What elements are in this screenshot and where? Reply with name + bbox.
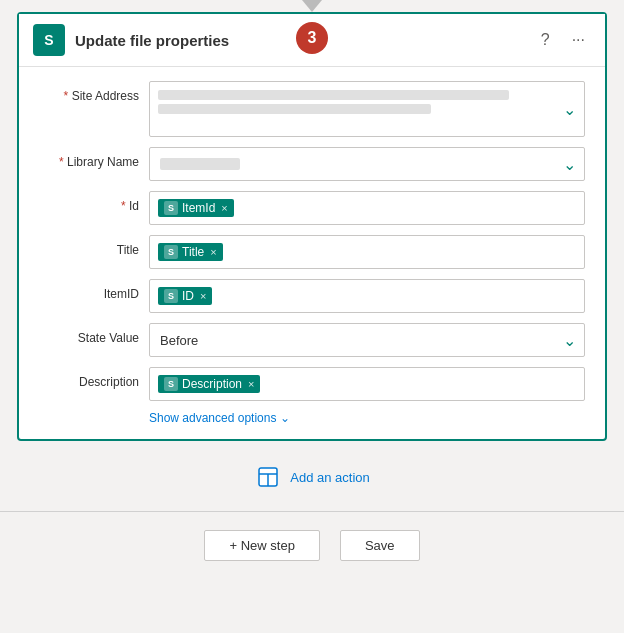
- bottom-bar: + New step Save: [0, 512, 624, 579]
- title-input[interactable]: S Title ×: [149, 235, 585, 269]
- itemid-token: S ItemId ×: [158, 199, 234, 217]
- library-name-row: * Library Name ⌄: [39, 147, 585, 181]
- action-icon: S: [33, 24, 65, 56]
- card-body: * Site Address ⌄ * Library Name ⌄: [19, 67, 605, 439]
- site-address-row: * Site Address ⌄: [39, 81, 585, 137]
- token-close[interactable]: ×: [210, 246, 216, 258]
- icon-letter: S: [44, 32, 53, 48]
- library-name-input[interactable]: ⌄: [149, 147, 585, 181]
- id-input[interactable]: S ItemId ×: [149, 191, 585, 225]
- add-action-label: Add an action: [290, 470, 370, 485]
- description-input[interactable]: S Description ×: [149, 367, 585, 401]
- library-chevron[interactable]: ⌄: [563, 155, 576, 174]
- itemid-row: ItemID S ID ×: [39, 279, 585, 313]
- add-action-icon: [254, 463, 282, 491]
- advanced-options-label: Show advanced options: [149, 411, 276, 425]
- token-icon: S: [164, 377, 178, 391]
- action-card: S Update file properties 3 ? ··· * Site …: [17, 12, 607, 441]
- token-close[interactable]: ×: [200, 290, 206, 302]
- description-token: S Description ×: [158, 375, 260, 393]
- required-star: *: [121, 199, 129, 213]
- advanced-options-link[interactable]: Show advanced options ⌄: [39, 411, 585, 425]
- library-name-label: * Library Name: [39, 147, 139, 169]
- required-star: *: [64, 89, 72, 103]
- token-label: Description: [182, 377, 242, 391]
- id-row: * Id S ItemId ×: [39, 191, 585, 225]
- id-label: * Id: [39, 191, 139, 213]
- state-value-row: State Value Before ⌄: [39, 323, 585, 357]
- token-icon: S: [164, 289, 178, 303]
- token-label: ItemId: [182, 201, 215, 215]
- step-badge: 3: [296, 22, 328, 54]
- token-icon: S: [164, 201, 178, 215]
- itemid-input[interactable]: S ID ×: [149, 279, 585, 313]
- token-label: Title: [182, 245, 204, 259]
- token-label: ID: [182, 289, 194, 303]
- library-blurred: [160, 158, 240, 170]
- site-address-input[interactable]: ⌄: [149, 81, 585, 137]
- description-label: Description: [39, 367, 139, 389]
- site-address-blurred: [158, 90, 576, 114]
- advanced-chevron-icon: ⌄: [280, 411, 290, 425]
- help-button[interactable]: ?: [535, 29, 556, 51]
- middle-section: Add an action: [0, 441, 624, 501]
- state-value-chevron[interactable]: ⌄: [563, 331, 576, 350]
- site-address-label: * Site Address: [39, 81, 139, 103]
- title-label: Title: [39, 235, 139, 257]
- state-value-label: State Value: [39, 323, 139, 345]
- header-actions: ? ···: [535, 29, 591, 51]
- card-header: S Update file properties 3 ? ···: [19, 14, 605, 67]
- token-close[interactable]: ×: [248, 378, 254, 390]
- token-close[interactable]: ×: [221, 202, 227, 214]
- description-row: Description S Description ×: [39, 367, 585, 401]
- site-address-chevron[interactable]: ⌄: [563, 100, 576, 119]
- required-star: *: [59, 155, 67, 169]
- state-value-input[interactable]: Before ⌄: [149, 323, 585, 357]
- connector-arrow-top: [302, 0, 322, 12]
- token-icon: S: [164, 245, 178, 259]
- add-action-button[interactable]: Add an action: [254, 463, 370, 491]
- save-button[interactable]: Save: [340, 530, 420, 561]
- id-token: S ID ×: [158, 287, 212, 305]
- more-button[interactable]: ···: [566, 29, 591, 51]
- title-row: Title S Title ×: [39, 235, 585, 269]
- new-step-button[interactable]: + New step: [204, 530, 319, 561]
- state-value-text: Before: [160, 333, 198, 348]
- title-token: S Title ×: [158, 243, 223, 261]
- itemid-label: ItemID: [39, 279, 139, 301]
